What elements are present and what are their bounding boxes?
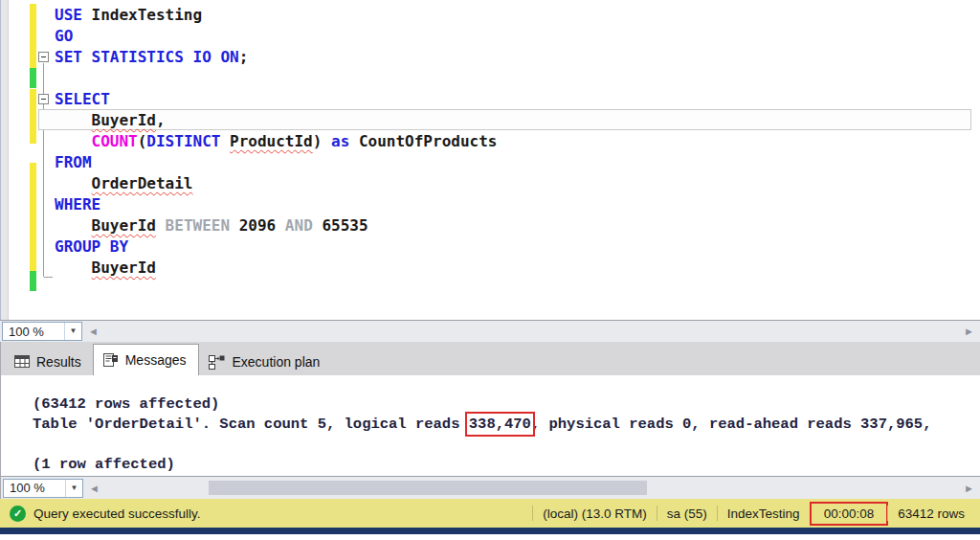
tab-label: Messages — [125, 352, 187, 368]
window-bottom-edge — [0, 528, 980, 534]
code-line[interactable]: OrderDetail — [55, 173, 497, 194]
scroll-right-icon[interactable]: ► — [958, 321, 980, 342]
zoom-value: 100 % — [3, 325, 64, 339]
messages-hscroll-track[interactable] — [105, 477, 958, 499]
code-line[interactable]: BuyerId BETWEEN 2096 AND 65535 — [55, 215, 497, 236]
code-line[interactable]: COUNT(DISTINCT ProductId) as CountOfProd… — [55, 131, 497, 152]
change-tracking-bar — [30, 271, 36, 291]
tab-messages[interactable]: Messages — [93, 344, 199, 375]
execution-plan-icon — [208, 354, 226, 370]
status-database: IndexTesting — [718, 506, 810, 521]
status-message: Query executed successfully. — [33, 506, 201, 521]
messages-zoom-select[interactable]: 100 % ▼ — [3, 479, 83, 498]
scroll-left-icon[interactable]: ◄ — [83, 478, 105, 499]
success-check-icon: ✓ — [10, 506, 26, 522]
chevron-down-icon[interactable]: ▼ — [64, 323, 81, 340]
editor-hscroll-track[interactable] — [104, 321, 958, 342]
chevron-down-icon[interactable]: ▼ — [65, 480, 82, 497]
tab-results[interactable]: Results — [6, 348, 93, 375]
results-tabbar: Results Messages Execution plan — [0, 342, 980, 375]
status-rowcount: 63412 rows — [888, 506, 974, 521]
change-tracking-bar — [30, 89, 36, 144]
change-tracking-bar — [30, 163, 36, 271]
collapse-toggle-icon[interactable] — [38, 52, 49, 62]
message-line — [33, 435, 980, 455]
code-lines[interactable]: USE IndexTestingGOSET STATISTICS IO ON; … — [55, 5, 497, 279]
outline-region-end — [44, 277, 53, 278]
editor-zoom-select[interactable]: 100 % ▼ — [2, 322, 82, 341]
code-line[interactable]: BuyerId, — [55, 110, 497, 131]
indicator-margin — [0, 0, 9, 320]
scroll-right-icon[interactable]: ► — [958, 478, 980, 499]
code-line[interactable]: BuyerId — [55, 258, 497, 279]
status-separator — [810, 506, 811, 521]
status-user: sa (55) — [657, 506, 717, 521]
code-line[interactable] — [55, 68, 497, 89]
messages-hscrollbar: 100 % ▼ ◄ ► — [0, 476, 980, 499]
code-line[interactable]: FROM — [55, 152, 497, 173]
message-line: (1 row affected) — [33, 455, 980, 475]
scroll-left-icon[interactable]: ◄ — [82, 321, 104, 342]
message-line: (63412 rows affected) — [33, 394, 980, 415]
code-line[interactable]: SET STATISTICS IO ON; — [55, 47, 497, 68]
status-server: (local) (13.0 RTM) — [533, 506, 657, 521]
ssms-window: USE IndexTestingGOSET STATISTICS IO ON; … — [0, 0, 980, 540]
code-line[interactable]: SELECT — [55, 89, 497, 110]
collapse-toggle-icon[interactable] — [38, 94, 49, 104]
zoom-value: 100 % — [4, 481, 65, 495]
hscroll-thumb[interactable] — [209, 481, 647, 495]
status-bar: ✓ Query executed successfully. (local) (… — [0, 499, 980, 528]
sql-editor[interactable]: USE IndexTestingGOSET STATISTICS IO ON; … — [0, 0, 980, 320]
tab-label: Execution plan — [233, 354, 321, 370]
tab-label: Results — [36, 354, 81, 370]
status-duration: 00:00:08 — [814, 506, 884, 521]
tab-execution-plan[interactable]: Execution plan — [199, 348, 332, 375]
code-line[interactable]: WHERE — [55, 194, 497, 215]
messages-icon — [102, 353, 119, 368]
change-tracking-bar — [30, 4, 36, 68]
editor-hscrollbar: 100 % ▼ ◄ ► — [0, 320, 980, 342]
code-line[interactable]: USE IndexTesting — [55, 5, 497, 26]
code-line[interactable]: GROUP BY — [55, 236, 497, 258]
messages-pane[interactable]: (63412 rows affected) Table 'OrderDetail… — [0, 375, 980, 476]
code-line[interactable]: GO — [55, 26, 497, 47]
change-tracking-bar — [30, 68, 36, 88]
message-line: Table 'OrderDetail'. Scan count 5, logic… — [33, 415, 980, 435]
annotation-box: 338,470 — [469, 416, 531, 433]
results-grid-icon — [14, 355, 30, 368]
